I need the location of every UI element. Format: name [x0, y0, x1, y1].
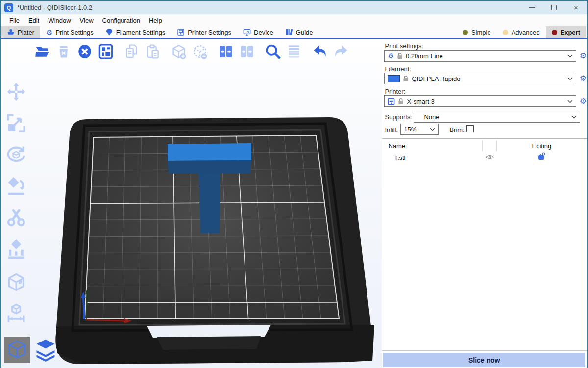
- view-sliced-preview-button[interactable]: [32, 337, 59, 363]
- menu-window[interactable]: Window: [44, 15, 75, 26]
- rotate-button[interactable]: [5, 143, 27, 166]
- mode-simple[interactable]: Simple: [457, 26, 497, 38]
- copy-button[interactable]: [123, 42, 140, 61]
- gear-icon: ⚙: [388, 53, 394, 59]
- delete-icon: [56, 44, 71, 59]
- print-settings-select[interactable]: ⚙ 0.20mm Fine: [384, 50, 576, 62]
- settings-panel: Print settings: ⚙ 0.20mm Fine ⚙ Filament…: [382, 39, 587, 368]
- add-instance-button[interactable]: [171, 42, 187, 61]
- filament-select[interactable]: QIDI PLA Rapido: [384, 73, 576, 84]
- measure-button[interactable]: [5, 301, 27, 324]
- bed-handle: [157, 336, 261, 350]
- app-icon: Q: [4, 3, 13, 12]
- chevron-down-icon: [567, 77, 573, 80]
- supports-select[interactable]: None: [414, 111, 580, 123]
- layers-icon: [286, 43, 302, 60]
- split-parts-icon: [239, 43, 255, 60]
- menu-edit[interactable]: Edit: [24, 15, 44, 26]
- redo-button[interactable]: [333, 42, 349, 61]
- infill-select[interactable]: 15%: [400, 124, 439, 135]
- cut-button[interactable]: [5, 206, 27, 229]
- open-folder-icon: [35, 44, 50, 59]
- arrange-icon: [98, 43, 114, 60]
- simple-dot-icon: [463, 30, 468, 35]
- tab-guide[interactable]: Guide: [279, 26, 319, 38]
- close-button[interactable]: ×: [565, 1, 587, 14]
- brim-checkbox[interactable]: [466, 125, 474, 132]
- column-header-name: Name: [388, 142, 405, 150]
- variable-layer-height-button[interactable]: [286, 42, 302, 61]
- split-to-objects-button[interactable]: [218, 42, 234, 61]
- chevron-down-icon: [567, 100, 573, 103]
- printer-mini-icon: [388, 98, 395, 105]
- menu-configuration[interactable]: Configuration: [98, 15, 145, 26]
- column-header-editing: Editing: [519, 142, 564, 150]
- slice-now-button[interactable]: Slice now: [383, 353, 585, 367]
- rotate-icon: [5, 144, 27, 165]
- seam-icon: [5, 271, 27, 293]
- place-on-face-button[interactable]: [5, 175, 27, 197]
- measure-icon: [5, 302, 27, 323]
- split-objects-icon: [218, 43, 234, 60]
- search-button[interactable]: [265, 42, 281, 61]
- infill-label: Infill:: [385, 126, 398, 133]
- open-button[interactable]: [34, 42, 51, 61]
- sliced-layers-icon: [33, 338, 58, 362]
- eye-icon[interactable]: [486, 154, 494, 160]
- tab-filament-settings[interactable]: Filament Settings: [99, 26, 171, 38]
- menu-help[interactable]: Help: [145, 15, 167, 26]
- object-name: T.stl: [394, 154, 405, 161]
- mode-expert[interactable]: Expert: [546, 26, 586, 38]
- printer-icon: [177, 28, 185, 36]
- move-button[interactable]: [5, 80, 27, 103]
- advanced-dot-icon: [503, 30, 508, 35]
- printer-gear-button[interactable]: ⚙: [579, 97, 587, 105]
- minimize-button[interactable]: [521, 1, 543, 14]
- printer-label: Printer:: [385, 88, 405, 95]
- place-on-face-icon: [5, 175, 27, 197]
- edit-object-icon[interactable]: [537, 152, 545, 161]
- scale-button[interactable]: [5, 112, 27, 134]
- print-settings-gear-button[interactable]: ⚙: [579, 52, 587, 60]
- plater-icon: [7, 28, 15, 36]
- tab-plater[interactable]: Plater: [1, 26, 40, 38]
- expert-dot-icon: [552, 30, 557, 35]
- tab-bar: Plater ⚙ Print Settings Filament Setting…: [1, 26, 587, 39]
- split-to-parts-button[interactable]: [239, 42, 255, 61]
- paste-button[interactable]: [145, 42, 161, 61]
- paint-supports-button[interactable]: [5, 237, 27, 260]
- view-3d-editor-button[interactable]: [4, 337, 30, 363]
- undo-icon: [312, 43, 328, 60]
- add-instance-icon: [171, 43, 187, 60]
- delete-all-button[interactable]: [76, 42, 93, 61]
- paste-icon: [145, 43, 161, 60]
- brim-label: Brim:: [449, 126, 464, 133]
- tab-device[interactable]: Device: [237, 26, 279, 38]
- redo-icon: [333, 43, 349, 60]
- cube-wireframe-icon: [6, 339, 28, 361]
- arrange-button[interactable]: [98, 42, 114, 61]
- remove-instance-button[interactable]: [192, 42, 208, 61]
- guide-icon: [285, 28, 293, 36]
- menu-bar: File Edit Window View Configuration Help: [1, 14, 587, 26]
- filament-gear-button[interactable]: ⚙: [579, 74, 587, 82]
- mode-advanced[interactable]: Advanced: [497, 26, 546, 38]
- undo-button[interactable]: [312, 42, 328, 61]
- menu-file[interactable]: File: [5, 15, 24, 26]
- tab-printer-settings[interactable]: Printer Settings: [171, 26, 237, 38]
- title-bar: Q *Untitled - QIDISlicer-1.0.2 ×: [1, 1, 587, 14]
- tab-print-settings[interactable]: ⚙ Print Settings: [40, 26, 99, 38]
- bed-handle-cutout: [147, 325, 271, 338]
- move-icon: [5, 81, 27, 103]
- printer-select[interactable]: X-smart 3: [384, 95, 576, 107]
- print-bed: [1, 39, 382, 368]
- menu-view[interactable]: View: [75, 15, 98, 26]
- panel-separator: [382, 138, 587, 139]
- maximize-button[interactable]: [543, 1, 565, 14]
- seam-button[interactable]: [5, 271, 27, 293]
- viewport-3d[interactable]: [1, 39, 382, 368]
- delete-all-icon: [77, 43, 93, 60]
- paint-supports-icon: [5, 238, 27, 260]
- cut-icon: [5, 207, 27, 228]
- delete-button[interactable]: [55, 42, 72, 61]
